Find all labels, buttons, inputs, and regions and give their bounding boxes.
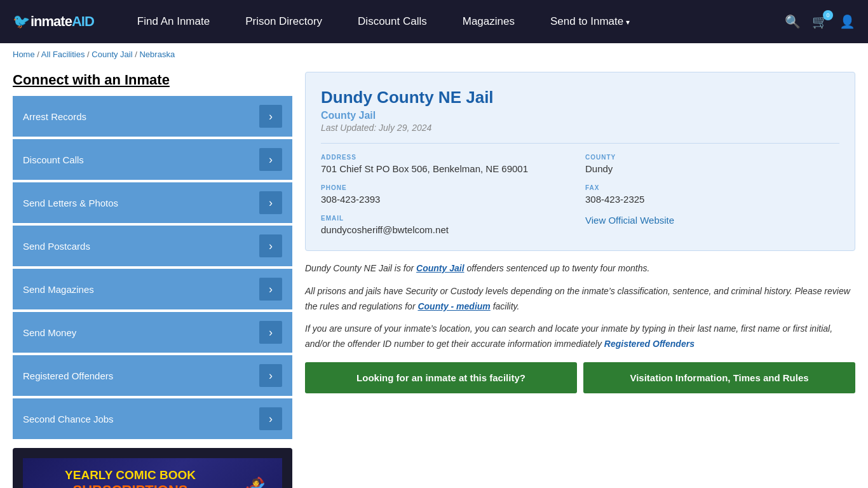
county-label: COUNTY bbox=[585, 154, 839, 161]
nav-icons: 🔍 🛒 0 👤 bbox=[785, 14, 855, 29]
sidebar-item-label: Send Postcards bbox=[23, 241, 90, 252]
user-icon[interactable]: 👤 bbox=[839, 14, 855, 29]
county-field: COUNTY Dundy bbox=[585, 154, 839, 174]
para1-post: offenders sentenced up to twenty four mo… bbox=[465, 263, 650, 273]
fax-value: 308-423-2325 bbox=[585, 194, 839, 205]
ad-line1: YEARLY COMIC BOOK bbox=[33, 468, 227, 482]
sidebar-ad[interactable]: YEARLY COMIC BOOK SUBSCRIPTIONS STARTING… bbox=[13, 448, 292, 488]
sidebar-item-label: Second Chance Jobs bbox=[23, 414, 114, 424]
cta-find-inmate-button[interactable]: Looking for an inmate at this facility? bbox=[305, 362, 577, 393]
breadcrumb-county-jail[interactable]: County Jail bbox=[92, 50, 132, 59]
sidebar-item-discount-calls[interactable]: Discount Calls › bbox=[13, 139, 292, 180]
email-label: EMAIL bbox=[321, 215, 575, 222]
info-grid: ADDRESS 701 Chief St PO Box 506, Benkelm… bbox=[321, 143, 839, 235]
facility-name: Dundy County NE Jail bbox=[321, 88, 839, 107]
email-value: dundycosheriff@bwtelcom.net bbox=[321, 224, 575, 235]
sidebar-menu: Arrest Records › Discount Calls › Send L… bbox=[13, 96, 292, 439]
sidebar: Connect with an Inmate Arrest Records › … bbox=[13, 72, 292, 488]
email-field: EMAIL dundycosheriff@bwtelcom.net bbox=[321, 215, 575, 235]
description-para2: All prisons and jails have Security or C… bbox=[305, 284, 855, 315]
phone-label: PHONE bbox=[321, 184, 575, 191]
facility-type: County Jail bbox=[321, 110, 839, 121]
breadcrumb-state[interactable]: Nebraska bbox=[139, 50, 175, 59]
content-area: Dundy County NE Jail County Jail Last Up… bbox=[305, 72, 855, 488]
sidebar-item-arrest-records[interactable]: Arrest Records › bbox=[13, 96, 292, 137]
para1-pre: Dundy County NE Jail is for bbox=[305, 263, 416, 273]
logo[interactable]: 🐦inmateAID bbox=[13, 13, 94, 30]
chevron-right-icon: › bbox=[259, 364, 282, 387]
chevron-right-icon: › bbox=[259, 105, 282, 128]
sidebar-item-label: Send Letters & Photos bbox=[23, 198, 118, 208]
address-value: 701 Chief St PO Box 506, Benkelman, NE 6… bbox=[321, 163, 575, 174]
nav-discount-calls[interactable]: Discount Calls bbox=[340, 15, 445, 28]
chevron-right-icon: › bbox=[259, 148, 282, 171]
website-field: View Official Website bbox=[585, 215, 839, 235]
para3-pre: If you are unsure of your inmate’s locat… bbox=[305, 323, 832, 349]
chevron-right-icon: › bbox=[259, 234, 282, 257]
county-value: Dundy bbox=[585, 163, 839, 174]
cart-badge: 0 bbox=[823, 10, 833, 20]
sidebar-item-label: Send Magazines bbox=[23, 284, 94, 295]
chevron-right-icon: › bbox=[259, 321, 282, 344]
nav-links: Find An Inmate Prison Directory Discount… bbox=[119, 15, 785, 28]
nav-find-inmate[interactable]: Find An Inmate bbox=[119, 15, 227, 28]
county-medium-link[interactable]: County - medium bbox=[417, 301, 490, 311]
breadcrumb: Home / All Facilities / County Jail / Ne… bbox=[0, 43, 868, 65]
sidebar-item-label: Registered Offenders bbox=[23, 370, 113, 381]
logo-text: 🐦inmateAID bbox=[13, 13, 94, 29]
fax-label: FAX bbox=[585, 184, 839, 191]
sidebar-item-send-letters[interactable]: Send Letters & Photos › bbox=[13, 182, 292, 223]
ad-content: YEARLY COMIC BOOK SUBSCRIPTIONS STARTING… bbox=[23, 458, 282, 488]
cta-buttons: Looking for an inmate at this facility? … bbox=[305, 362, 855, 393]
chevron-right-icon: › bbox=[259, 278, 282, 301]
search-icon[interactable]: 🔍 bbox=[785, 14, 801, 29]
description-section: Dundy County NE Jail is for County Jail … bbox=[305, 261, 855, 352]
registered-offenders-link[interactable]: Registered Offenders bbox=[604, 339, 695, 349]
breadcrumb-home[interactable]: Home bbox=[13, 50, 35, 59]
description-para3: If you are unsure of your inmate’s locat… bbox=[305, 322, 855, 352]
facility-card: Dundy County NE Jail County Jail Last Up… bbox=[305, 72, 855, 251]
description-para1: Dundy County NE Jail is for County Jail … bbox=[305, 261, 855, 276]
sidebar-item-label: Send Money bbox=[23, 327, 76, 338]
ad-line2: SUBSCRIPTIONS bbox=[33, 482, 227, 488]
nav-send-to-inmate[interactable]: Send to Inmate bbox=[532, 15, 648, 28]
ad-superhero-icon: 🦸 bbox=[234, 477, 272, 489]
nav-prison-directory[interactable]: Prison Directory bbox=[227, 15, 340, 28]
sidebar-item-send-money[interactable]: Send Money › bbox=[13, 312, 292, 353]
cart-icon[interactable]: 🛒 0 bbox=[812, 14, 828, 29]
phone-value: 308-423-2393 bbox=[321, 194, 575, 205]
sidebar-item-label: Discount Calls bbox=[23, 154, 84, 165]
main-container: Connect with an Inmate Arrest Records › … bbox=[0, 65, 868, 488]
breadcrumb-all-facilities[interactable]: All Facilities bbox=[41, 50, 85, 59]
phone-field: PHONE 308-423-2393 bbox=[321, 184, 575, 205]
sidebar-item-send-magazines[interactable]: Send Magazines › bbox=[13, 269, 292, 309]
sidebar-title: Connect with an Inmate bbox=[13, 72, 292, 88]
cta-visitation-button[interactable]: Visitation Information, Times and Rules bbox=[583, 362, 855, 393]
website-link[interactable]: View Official Website bbox=[585, 215, 674, 226]
address-label: ADDRESS bbox=[321, 154, 575, 161]
para2-pre: All prisons and jails have Security or C… bbox=[305, 286, 850, 311]
navigation: 🐦inmateAID Find An Inmate Prison Directo… bbox=[0, 0, 868, 43]
sidebar-item-second-chance-jobs[interactable]: Second Chance Jobs › bbox=[13, 398, 292, 439]
county-jail-link[interactable]: County Jail bbox=[416, 263, 464, 273]
sidebar-item-registered-offenders[interactable]: Registered Offenders › bbox=[13, 355, 292, 396]
chevron-right-icon: › bbox=[259, 191, 282, 214]
fax-field: FAX 308-423-2325 bbox=[585, 184, 839, 205]
nav-magazines[interactable]: Magazines bbox=[445, 15, 532, 28]
sidebar-item-label: Arrest Records bbox=[23, 111, 86, 122]
chevron-right-icon: › bbox=[259, 407, 282, 430]
address-field: ADDRESS 701 Chief St PO Box 506, Benkelm… bbox=[321, 154, 575, 174]
para2-post: facility. bbox=[491, 301, 520, 311]
facility-updated: Last Updated: July 29, 2024 bbox=[321, 123, 839, 133]
sidebar-item-send-postcards[interactable]: Send Postcards › bbox=[13, 226, 292, 266]
